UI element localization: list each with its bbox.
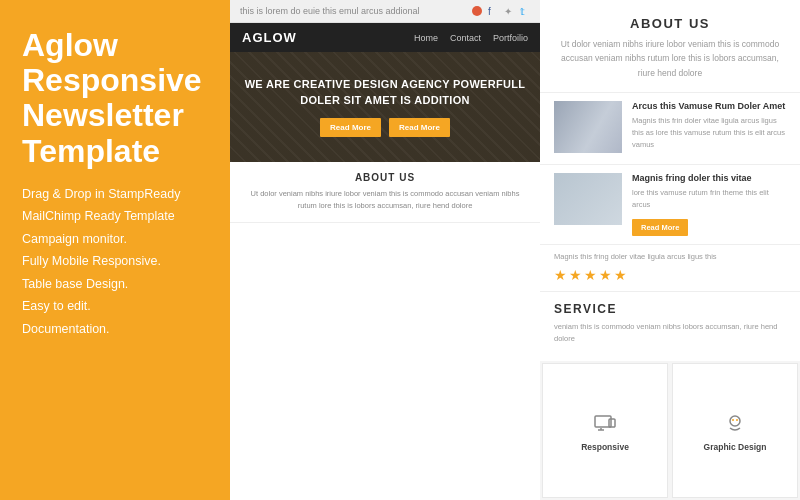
preview-about-section: ABOUT US Ut dolor veniam nibhs iriure lo… — [230, 162, 540, 223]
preview-hero: WE ARE CREATIVE DESIGN AGENCY POWERFULL … — [230, 52, 540, 162]
hero-title: WE ARE CREATIVE DESIGN AGENCY POWERFULL … — [240, 77, 530, 108]
nav-home[interactable]: Home — [414, 33, 438, 43]
preview-about-text: Ut dolor veniam nibhs iriure lobor venia… — [244, 188, 526, 212]
rsp-service-section: SERVICE veniam this is commodo veniam ni… — [540, 291, 800, 361]
rsp-article-1: Arcus this Vamuse Rum Doler Amet Magnis … — [540, 93, 800, 165]
star-rating: ★★★★★ — [554, 267, 786, 283]
graphic-design-icon — [721, 409, 749, 437]
article-1-title: Arcus this Vamuse Rum Doler Amet — [632, 101, 786, 111]
article-2-text-block: Magnis fring doler this vitae lore this … — [632, 173, 786, 236]
feature-item-3: Campaign monitor. — [22, 228, 208, 251]
responsive-icon — [591, 409, 619, 437]
center-preview: this is lorem do euie this emul arcus ad… — [230, 0, 540, 500]
right-side-panel: ABOUT US Ut dolor veniam nibhs iriure lo… — [540, 0, 800, 500]
hero-content: WE ARE CREATIVE DESIGN AGENCY POWERFULL … — [240, 77, 530, 137]
article-1-image-inner — [554, 101, 622, 153]
preview-brand: AGLOW — [242, 30, 297, 45]
feature-item-4: Fully Mobile Responsive. — [22, 250, 208, 273]
article-2-image — [554, 173, 622, 225]
article-2-read-more[interactable]: Read More — [632, 219, 688, 236]
nav-contact[interactable]: Contact — [450, 33, 481, 43]
svg-point-5 — [732, 419, 734, 421]
article-2-body: lore this vamuse rutum frin theme this e… — [632, 187, 786, 211]
article-1-body: Magnis this frin doler vitae ligula arcu… — [632, 115, 786, 151]
star-social-icon: ✦ — [504, 6, 514, 16]
article-1-text-block: Arcus this Vamuse Rum Doler Amet Magnis … — [632, 101, 786, 156]
rsp-article-2: Magnis fring doler this vitae lore this … — [540, 165, 800, 245]
rsp-stars-section: Magnis this fring doler vitae ligula arc… — [540, 245, 800, 291]
topbar-text: this is lorem do euie this emul arcus ad… — [240, 6, 420, 16]
hero-buttons: Read More Read More — [240, 118, 530, 137]
svg-rect-1 — [609, 419, 615, 427]
card-responsive-label: Responsive — [581, 442, 629, 452]
hero-btn-1[interactable]: Read More — [320, 118, 381, 137]
rsp-about-section: ABOUT US Ut dolor veniam nibhs iriure lo… — [540, 0, 800, 93]
feature-item-2: MailChimp Ready Template — [22, 205, 208, 228]
product-title: AglowResponsiveNewsletterTemplate — [22, 28, 208, 169]
card-graphic-design: Graphic Design — [672, 363, 798, 498]
preview-about-title: ABOUT US — [244, 172, 526, 183]
nav-portfolio[interactable]: Portfoilio — [493, 33, 528, 43]
article-2-title: Magnis fring doler this vitae — [632, 173, 786, 183]
service-title: SERVICE — [554, 302, 786, 316]
nav-links: Home Contact Portfoilio — [414, 33, 528, 43]
left-panel: AglowResponsiveNewsletterTemplate Drag &… — [0, 0, 230, 500]
svg-point-4 — [730, 416, 740, 426]
service-text: veniam this is commodo veniam nibhs lobo… — [554, 321, 786, 345]
rsp-bottom-cards: Responsive Graphic Design — [540, 361, 800, 500]
stars-text: Magnis this fring doler vitae ligula arc… — [554, 251, 786, 263]
topbar-icons: f ✦ 𝕥 — [472, 6, 530, 16]
preview-nav: AGLOW Home Contact Portfoilio — [230, 23, 540, 52]
email-icon — [472, 6, 482, 16]
right-area: this is lorem do euie this emul arcus ad… — [230, 0, 800, 500]
article-1-image — [554, 101, 622, 153]
feature-list: Drag & Drop in StampReady MailChimp Read… — [22, 183, 208, 341]
feature-item-7: Documentation. — [22, 318, 208, 341]
hero-btn-2[interactable]: Read More — [389, 118, 450, 137]
card-graphic-design-label: Graphic Design — [704, 442, 767, 452]
facebook-icon: f — [488, 6, 498, 16]
preview-topbar: this is lorem do euie this emul arcus ad… — [230, 0, 540, 23]
rsp-about-title: ABOUT US — [558, 16, 782, 31]
feature-item-6: Easy to edit. — [22, 295, 208, 318]
rsp-about-text: Ut dolor veniam nibhs iriure lobor venia… — [558, 37, 782, 80]
svg-point-6 — [736, 419, 738, 421]
twitter-icon: 𝕥 — [520, 6, 530, 16]
feature-item-1: Drag & Drop in StampReady — [22, 183, 208, 206]
card-responsive: Responsive — [542, 363, 668, 498]
feature-item-5: Table base Design. — [22, 273, 208, 296]
